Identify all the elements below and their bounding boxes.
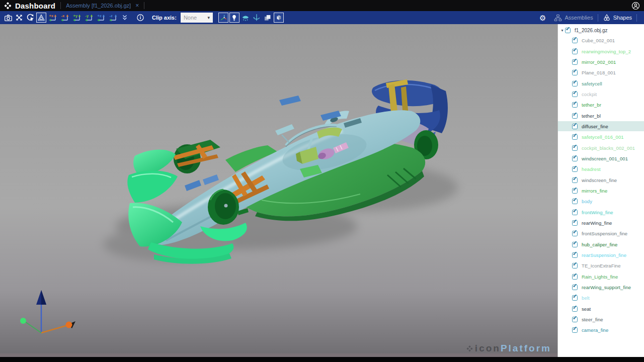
tree-item-mirror_002_001[interactable]: ✓mirror_002_001 [558,57,644,67]
visibility-checkbox[interactable]: ✓ [572,49,578,54]
tab-close-icon[interactable]: × [135,2,139,9]
screenshot-button[interactable] [3,13,13,23]
visibility-checkbox[interactable]: ✓ [572,134,578,140]
root-visibility-checkbox[interactable]: ✓ [565,28,571,33]
visibility-checkbox[interactable]: ✓ [572,317,578,322]
svg-text:-x: -x [61,14,65,18]
tree-item-headrest[interactable]: ✓headrest [558,164,644,174]
tree-item-cockpit[interactable]: ✓cockpit [558,89,644,99]
orientation-gizmo[interactable] [20,290,75,333]
visibility-checkbox[interactable]: ✓ [572,231,578,236]
tree-item-rearSuspension_fine[interactable]: ✓rearSuspension_fine [558,250,644,260]
layers-button[interactable] [263,13,273,23]
viewport-dock-strip [0,353,557,357]
check-icon: ✓ [573,229,577,235]
tree-item-windscreen_001_001[interactable]: ✓windscreen_001_001 [558,153,644,163]
header-divider [144,2,144,9]
visibility-checkbox[interactable]: ✓ [572,145,578,151]
visibility-checkbox[interactable]: ✓ [572,177,578,183]
assemblies-menu[interactable]: Assemblies [554,14,593,22]
visibility-checkbox[interactable]: ✓ [572,242,578,247]
tree-item-label: hub_caliper_fine [582,242,617,247]
tree-item-frontWing_fine[interactable]: ✓frontWing_fine [558,207,644,217]
model-tree: ▾ ✓ f1_2026.obj.gz ✓Cube_002_001✓rearwin… [558,24,644,357]
view-+x-button[interactable]: +x [47,13,58,23]
cube-views-button[interactable] [274,13,284,23]
visibility-checkbox[interactable]: ✓ [572,156,578,161]
visibility-checkbox[interactable]: ✓ [572,70,578,75]
tree-item-tether_bl[interactable]: ✓tether_bl [558,111,644,121]
model-canvas[interactable] [0,24,557,357]
viewport-3d[interactable]: iconPlatform [0,24,557,357]
tree-item-label: headrest [582,166,601,172]
view--x-button[interactable]: -x [59,13,70,23]
more-views-button[interactable] [120,13,130,23]
tree-item-TE_IconExtraFine[interactable]: ✓TE_IconExtraFine [558,261,644,271]
tree-item-frontSuspension_fine[interactable]: ✓frontSuspension_fine [558,229,644,239]
assembly-tab[interactable]: Assembly [f1_2026.obj.gz] × [66,2,139,9]
tree-item-belt[interactable]: ✓belt [558,293,644,303]
visibility-checkbox[interactable]: ✓ [572,199,578,204]
tree-root[interactable]: ▾ ✓ f1_2026.obj.gz [558,25,644,35]
visibility-checkbox[interactable]: ✓ [572,59,578,65]
visibility-checkbox[interactable]: ✓ [572,285,578,290]
visibility-checkbox[interactable]: ✓ [572,295,578,301]
visibility-checkbox[interactable]: ✓ [572,38,578,43]
tree-item-safetycell[interactable]: ✓safetycell [558,78,644,88]
tree-item-safetycell_016_001[interactable]: ✓safetycell_016_001 [558,132,644,142]
chevron-double-down-icon [121,14,128,21]
fit-view-button[interactable] [14,13,24,23]
tree-item-Plane_018_001[interactable]: ✓Plane_018_001 [558,68,644,78]
info-button[interactable] [135,13,145,23]
tree-item-seat[interactable]: ✓seat [558,304,644,314]
view-+z-button[interactable]: +z [96,13,107,23]
tree-item-rearWing_support_fine[interactable]: ✓rearWing_support_fine [558,282,644,292]
visibility-checkbox[interactable]: ✓ [572,102,578,108]
settings-gear-icon[interactable]: ⚙ [539,14,546,22]
rotate-view-button[interactable] [25,13,35,23]
visibility-checkbox[interactable]: ✓ [572,327,578,333]
visibility-checkbox[interactable]: ✓ [572,263,578,268]
visibility-checkbox[interactable]: ✓ [572,124,578,129]
visibility-checkbox[interactable]: ✓ [572,274,578,280]
light-toggle-button[interactable] [229,13,239,23]
tree-item-cockpit_blacks_002_001[interactable]: ✓cockpit_blacks_002_001 [558,143,644,153]
tree-item-mirrors_fine[interactable]: ✓mirrors_fine [558,186,644,196]
show-axes-button[interactable] [218,13,228,23]
visibility-checkbox[interactable]: ✓ [572,188,578,194]
visibility-checkbox[interactable]: ✓ [572,306,578,312]
camera-icon [4,14,13,22]
check-icon: ✓ [573,186,577,193]
tree-item-label: rearwingmoving_top_2 [582,49,631,54]
collapse-caret-icon[interactable]: ▾ [559,28,565,33]
clip-axis-select[interactable]: None ▾ [181,13,213,23]
tree-item-Rain_Lights_fine[interactable]: ✓Rain_Lights_fine [558,272,644,282]
visibility-checkbox[interactable]: ✓ [572,113,578,119]
visibility-checkbox[interactable]: ✓ [572,220,578,226]
visibility-checkbox[interactable]: ✓ [572,81,578,86]
tree-item-rearWing_fine[interactable]: ✓rearWing_fine [558,218,644,228]
tree-item-tether_br[interactable]: ✓tether_br [558,100,644,110]
visibility-checkbox[interactable]: ✓ [572,166,578,172]
view-+y-button[interactable]: +y [71,13,83,23]
perspective-button[interactable] [36,13,46,23]
tree-item-rearwingmoving_top_2[interactable]: ✓rearwingmoving_top_2 [558,46,644,56]
tree-item-windscreen_fine[interactable]: ✓windscreen_fine [558,175,644,185]
tree-item-Cube_002_001[interactable]: ✓Cube_002_001 [558,36,644,46]
account-icon[interactable] [631,2,640,10]
visibility-checkbox[interactable]: ✓ [572,252,578,258]
tree-item-body[interactable]: ✓body [558,197,644,207]
visibility-checkbox[interactable]: ✓ [572,210,578,215]
tree-item-steer_fine[interactable]: ✓steer_fine [558,314,644,324]
orbit-button[interactable] [252,13,262,23]
shapes-menu[interactable]: Shapes [603,14,632,22]
tree-item-hub_caliper_fine[interactable]: ✓hub_caliper_fine [558,239,644,249]
tree-item-diffuser_fine[interactable]: ✓diffuser_fine [558,121,644,131]
spotlight-button[interactable] [240,13,251,23]
view--y-button[interactable]: -y [84,13,95,23]
check-icon: ✓ [573,79,577,85]
tree-item-label: mirrors_fine [582,188,607,194]
visibility-checkbox[interactable]: ✓ [572,92,578,97]
tree-item-camera_fine[interactable]: ✓camera_fine [558,325,644,335]
view--z-button[interactable]: -z [108,13,119,23]
